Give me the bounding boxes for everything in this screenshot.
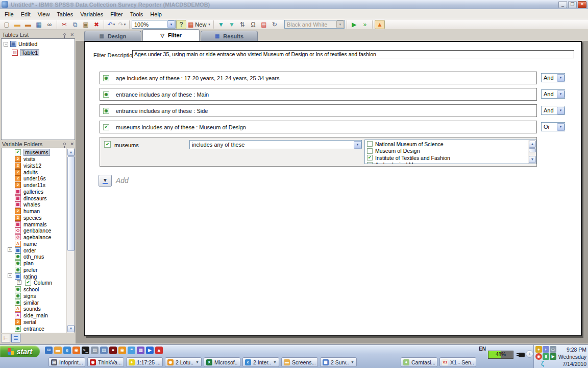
taskbar-button[interactable]: x1X1 - Sen...	[439, 357, 476, 367]
pin-icon[interactable]	[63, 143, 66, 145]
filter-button[interactable]: ▼	[216, 20, 226, 29]
menu-view[interactable]: View	[34, 10, 54, 19]
scroll-up-icon[interactable]: ▲	[67, 149, 75, 156]
tab-design[interactable]: ▦Design	[84, 31, 141, 41]
variable-item-Column[interactable]: +✔Column	[2, 280, 66, 286]
category-option[interactable]: Museum of Design	[365, 148, 527, 155]
variable-item-dinosaurs[interactable]: ▦dinosaurs	[2, 195, 66, 201]
variable-item-museums[interactable]: ✔museums	[2, 149, 66, 156]
expand-icon[interactable]: +	[17, 280, 21, 285]
find-button[interactable]: ∞	[44, 20, 55, 29]
taskbar-button[interactable]: ▦2 Surv...▼	[320, 357, 357, 367]
new-document-button[interactable]: ▢	[2, 20, 12, 29]
close-button[interactable]: ✕	[578, 1, 586, 8]
scroll-thumb[interactable]	[529, 148, 536, 152]
menu-filter[interactable]: Filter	[107, 10, 126, 19]
messenger-icon[interactable]: ζ	[541, 360, 544, 367]
variable-item-adults[interactable]: 2adults	[2, 169, 66, 175]
menu-tables[interactable]: Tables	[53, 10, 77, 19]
filter-description-input[interactable]	[132, 50, 574, 58]
delete-button[interactable]: ✖	[91, 20, 102, 29]
taskbar-button[interactable]: ◉2 Lotu...▼	[165, 357, 202, 367]
variable-item-species[interactable]: 2species	[2, 215, 66, 221]
open-file-button[interactable]: ▬	[23, 20, 33, 29]
operator-select[interactable]: And▼	[541, 89, 565, 99]
app-orange-icon[interactable]: ◉	[118, 347, 126, 354]
checkbox-icon[interactable]: ✔	[104, 141, 111, 148]
variable-item-agebalance[interactable]: ◇agebalance	[2, 234, 66, 241]
media-player-icon[interactable]: ▶	[146, 347, 154, 354]
expand-icon[interactable]: +	[8, 247, 12, 252]
menu-tools[interactable]: Tools	[127, 10, 147, 19]
run-all-button[interactable]: »	[360, 20, 370, 29]
zoom-select[interactable]: 100%▼	[132, 20, 176, 29]
open-folder-button[interactable]: ▬	[12, 20, 22, 29]
variable-item-oth_mus[interactable]: ◉oth_mus	[2, 254, 66, 260]
filter-condition-row[interactable]: ◉age includes any of these : 17-20 years…	[100, 72, 537, 84]
variable-item-name[interactable]: Aname	[2, 241, 66, 247]
notepad-icon[interactable]: ▤	[91, 347, 99, 354]
checkbox-icon[interactable]: ✔	[367, 155, 373, 160]
variable-item-whales[interactable]: ▦whales	[2, 201, 66, 208]
collapse-tray-icon[interactable]: ‹	[526, 350, 533, 358]
profile-select[interactable]: Black and White▼	[284, 20, 345, 29]
menu-help[interactable]: Help	[146, 10, 165, 19]
firefox-icon[interactable]: ◉	[72, 347, 80, 354]
checkbox-icon[interactable]	[367, 141, 373, 147]
document-icon[interactable]: ▤	[100, 347, 108, 354]
tree-item-untitled[interactable]: − ▦ Untitled	[2, 40, 75, 48]
taskbar-button[interactable]: ◉ThinkVa...	[87, 357, 124, 367]
paste-button[interactable]: ▣	[81, 20, 91, 29]
start-button[interactable]: start	[0, 346, 40, 357]
publish-button[interactable]: ▲	[375, 20, 385, 29]
category-option[interactable]: ✔Institute of Textiles and Fashion	[365, 154, 527, 162]
variable-item-galleries[interactable]: ▦galleries	[2, 189, 66, 195]
copy-button[interactable]: ⧉	[70, 20, 80, 29]
menu-edit[interactable]: Edit	[17, 10, 34, 19]
taskbar-button[interactable]: e2 Inter...▼	[242, 357, 279, 367]
new-table-button[interactable]: ▦New▾	[187, 20, 211, 29]
variable-item-signs[interactable]: ◉signs	[2, 293, 66, 300]
checkbox-icon[interactable]	[367, 148, 373, 154]
tab-filter[interactable]: ▽Filter	[142, 29, 200, 41]
language-indicator[interactable]: EN	[479, 346, 486, 352]
menu-variables[interactable]: Variables	[77, 10, 107, 19]
filter-condition-row[interactable]: ◉entrance includes any of these : Side	[100, 104, 537, 117]
sort-button[interactable]: ⇅	[237, 20, 248, 29]
collapse-icon[interactable]: −	[4, 42, 8, 47]
tab-results[interactable]: ▦Results	[201, 31, 258, 41]
run-button[interactable]: ▶	[349, 20, 359, 29]
variables-scrollbar[interactable]: ▲ ▼	[66, 148, 75, 333]
variable-item-entrance[interactable]: ◉entrance	[2, 325, 66, 332]
scroll-thumb[interactable]	[67, 156, 75, 251]
operator-select[interactable]: And▼	[541, 106, 565, 115]
cut-button[interactable]: ✂	[59, 20, 69, 29]
help-button[interactable]: ?	[176, 20, 186, 29]
mail-icon[interactable]: ✉	[45, 347, 53, 354]
ie-icon[interactable]: e	[63, 347, 71, 354]
taskbar-button[interactable]: ▤Infoprint...	[48, 357, 85, 367]
variable-item-plan[interactable]: ◉plan	[2, 260, 66, 267]
taskbar-button[interactable]: ▬Screens...	[281, 357, 318, 367]
collapse-icon[interactable]: −	[8, 273, 12, 278]
pin-icon[interactable]	[63, 33, 66, 36]
variable-item-school[interactable]: ◉school	[2, 286, 66, 293]
close-panel-icon[interactable]: ✕	[70, 142, 74, 147]
add-button[interactable]: ▼	[99, 175, 112, 187]
operator-select[interactable]: Or▼	[541, 122, 565, 131]
key-icon[interactable]: ●	[535, 346, 542, 353]
cmd-icon[interactable]: >_	[82, 347, 89, 354]
browser-icon[interactable]: ◉	[535, 353, 542, 360]
minimize-button[interactable]: _	[558, 1, 567, 8]
helper-icon[interactable]: ◗	[543, 346, 549, 353]
app-pink-icon[interactable]: ▲	[155, 347, 163, 354]
variable-item-genbalance[interactable]: ◇genbalance	[2, 227, 66, 234]
grid-app-icon[interactable]: ▦	[137, 347, 144, 354]
weight-button[interactable]: Ω	[248, 20, 258, 29]
scroll-down-icon[interactable]: ▼	[67, 325, 75, 332]
variable-item-visits12[interactable]: 2visits12	[2, 163, 66, 169]
cell-contents-button[interactable]: ▤	[259, 20, 269, 29]
scroll-down-icon[interactable]: ▼	[529, 156, 536, 163]
redo-button[interactable]: ↷▾	[117, 20, 127, 29]
condition-select[interactable]: includes any of these ▼	[189, 140, 362, 149]
